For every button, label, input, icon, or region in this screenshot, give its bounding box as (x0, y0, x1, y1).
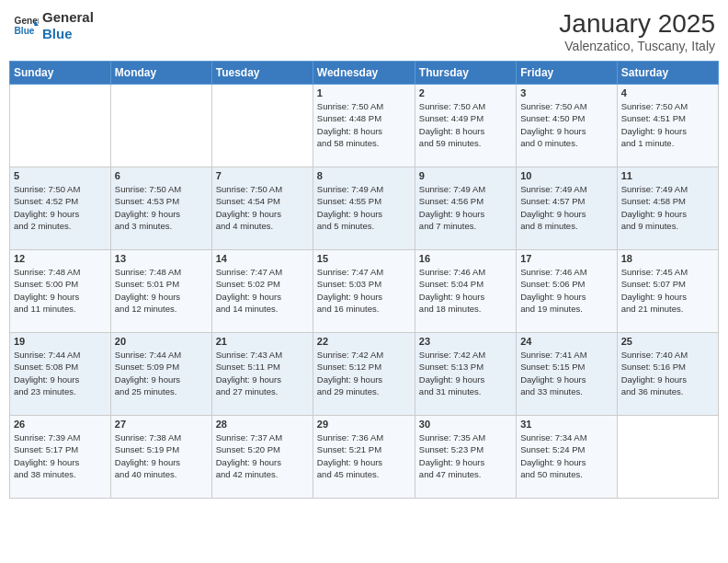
svg-text:Blue: Blue (15, 26, 35, 36)
day-number: 15 (317, 253, 411, 264)
calendar-cell (211, 85, 313, 167)
day-detail: Sunrise: 7:41 AM Sunset: 5:15 PM Dayligh… (520, 349, 612, 397)
calendar-cell: 24Sunrise: 7:41 AM Sunset: 5:15 PM Dayli… (517, 333, 617, 416)
day-number: 31 (520, 419, 612, 430)
day-detail: Sunrise: 7:40 AM Sunset: 5:16 PM Dayligh… (621, 349, 714, 397)
weekday-header-cell: Friday (517, 62, 617, 85)
calendar-cell: 11Sunrise: 7:49 AM Sunset: 4:58 PM Dayli… (617, 167, 718, 250)
calendar-cell: 13Sunrise: 7:48 AM Sunset: 5:01 PM Dayli… (110, 250, 211, 333)
weekday-header-cell: Saturday (617, 62, 718, 85)
logo: General Blue General Blue (13, 9, 94, 42)
day-number: 11 (621, 170, 714, 181)
day-detail: Sunrise: 7:43 AM Sunset: 5:11 PM Dayligh… (216, 349, 309, 397)
calendar-cell: 22Sunrise: 7:42 AM Sunset: 5:12 PM Dayli… (313, 333, 415, 416)
calendar-cell: 18Sunrise: 7:45 AM Sunset: 5:07 PM Dayli… (617, 250, 718, 333)
calendar-cell: 16Sunrise: 7:46 AM Sunset: 5:04 PM Dayli… (415, 250, 516, 333)
day-detail: Sunrise: 7:50 AM Sunset: 4:48 PM Dayligh… (317, 100, 411, 149)
day-detail: Sunrise: 7:49 AM Sunset: 4:57 PM Dayligh… (520, 183, 612, 232)
calendar-cell: 25Sunrise: 7:40 AM Sunset: 5:16 PM Dayli… (617, 333, 718, 416)
calendar-cell: 9Sunrise: 7:49 AM Sunset: 4:56 PM Daylig… (415, 167, 516, 250)
calendar-cell: 31Sunrise: 7:34 AM Sunset: 5:24 PM Dayli… (517, 416, 617, 499)
day-detail: Sunrise: 7:42 AM Sunset: 5:13 PM Dayligh… (419, 349, 512, 397)
day-number: 1 (317, 87, 411, 98)
day-detail: Sunrise: 7:48 AM Sunset: 5:01 PM Dayligh… (115, 266, 208, 315)
calendar-cell: 5Sunrise: 7:50 AM Sunset: 4:52 PM Daylig… (10, 167, 111, 250)
day-detail: Sunrise: 7:46 AM Sunset: 5:04 PM Dayligh… (419, 266, 512, 315)
day-detail: Sunrise: 7:45 AM Sunset: 5:07 PM Dayligh… (621, 266, 714, 315)
calendar-body: 1Sunrise: 7:50 AM Sunset: 4:48 PM Daylig… (10, 85, 719, 499)
calendar-cell: 15Sunrise: 7:47 AM Sunset: 5:03 PM Dayli… (313, 250, 415, 333)
calendar-cell: 17Sunrise: 7:46 AM Sunset: 5:06 PM Dayli… (517, 250, 617, 333)
day-detail: Sunrise: 7:50 AM Sunset: 4:52 PM Dayligh… (14, 183, 107, 232)
day-detail: Sunrise: 7:38 AM Sunset: 5:19 PM Dayligh… (115, 431, 208, 480)
day-number: 3 (520, 87, 612, 98)
calendar-table: SundayMondayTuesdayWednesdayThursdayFrid… (9, 61, 719, 499)
day-number: 27 (115, 419, 208, 430)
day-detail: Sunrise: 7:44 AM Sunset: 5:08 PM Dayligh… (14, 349, 107, 397)
logo-text-blue: Blue (42, 26, 94, 42)
weekday-header-row: SundayMondayTuesdayWednesdayThursdayFrid… (10, 62, 719, 85)
day-detail: Sunrise: 7:50 AM Sunset: 4:50 PM Dayligh… (520, 100, 612, 149)
day-number: 22 (317, 336, 411, 347)
day-number: 4 (621, 87, 714, 98)
day-number: 9 (419, 170, 512, 181)
day-number: 20 (115, 336, 208, 347)
calendar-week-row: 1Sunrise: 7:50 AM Sunset: 4:48 PM Daylig… (10, 85, 719, 167)
day-detail: Sunrise: 7:36 AM Sunset: 5:21 PM Dayligh… (317, 431, 411, 480)
day-number: 5 (14, 170, 107, 181)
weekday-header-cell: Thursday (415, 62, 516, 85)
calendar-cell: 12Sunrise: 7:48 AM Sunset: 5:00 PM Dayli… (10, 250, 111, 333)
calendar-cell (110, 85, 211, 167)
day-number: 6 (115, 170, 208, 181)
calendar-week-row: 5Sunrise: 7:50 AM Sunset: 4:52 PM Daylig… (10, 167, 719, 250)
calendar-cell (617, 416, 718, 499)
day-number: 13 (115, 253, 208, 264)
day-number: 28 (216, 419, 309, 430)
day-number: 29 (317, 419, 411, 430)
day-number: 14 (216, 253, 309, 264)
day-detail: Sunrise: 7:44 AM Sunset: 5:09 PM Dayligh… (115, 349, 208, 397)
logo-icon: General Blue (13, 13, 39, 39)
day-number: 26 (14, 419, 107, 430)
day-number: 17 (520, 253, 612, 264)
day-detail: Sunrise: 7:35 AM Sunset: 5:23 PM Dayligh… (419, 431, 512, 480)
calendar-cell: 10Sunrise: 7:49 AM Sunset: 4:57 PM Dayli… (517, 167, 617, 250)
day-detail: Sunrise: 7:48 AM Sunset: 5:00 PM Dayligh… (14, 266, 107, 315)
calendar-cell: 21Sunrise: 7:43 AM Sunset: 5:11 PM Dayli… (211, 333, 313, 416)
day-detail: Sunrise: 7:46 AM Sunset: 5:06 PM Dayligh… (520, 266, 612, 315)
day-detail: Sunrise: 7:42 AM Sunset: 5:12 PM Dayligh… (317, 349, 411, 397)
calendar-cell: 28Sunrise: 7:37 AM Sunset: 5:20 PM Dayli… (211, 416, 313, 499)
calendar-week-row: 12Sunrise: 7:48 AM Sunset: 5:00 PM Dayli… (10, 250, 719, 333)
day-detail: Sunrise: 7:37 AM Sunset: 5:20 PM Dayligh… (216, 431, 309, 480)
logo-text-general: General (42, 9, 94, 26)
calendar-cell: 3Sunrise: 7:50 AM Sunset: 4:50 PM Daylig… (517, 85, 617, 167)
page-header: General Blue General Blue January 2025 V… (9, 9, 719, 53)
month-title: January 2025 (559, 9, 715, 39)
day-number: 24 (520, 336, 612, 347)
calendar-week-row: 19Sunrise: 7:44 AM Sunset: 5:08 PM Dayli… (10, 333, 719, 416)
day-number: 16 (419, 253, 512, 264)
calendar-cell: 8Sunrise: 7:49 AM Sunset: 4:55 PM Daylig… (313, 167, 415, 250)
day-detail: Sunrise: 7:47 AM Sunset: 5:02 PM Dayligh… (216, 266, 309, 315)
day-detail: Sunrise: 7:50 AM Sunset: 4:54 PM Dayligh… (216, 183, 309, 232)
weekday-header-cell: Tuesday (211, 62, 313, 85)
title-area: January 2025 Valenzatico, Tuscany, Italy (559, 9, 715, 53)
day-detail: Sunrise: 7:39 AM Sunset: 5:17 PM Dayligh… (14, 431, 107, 480)
calendar-cell: 20Sunrise: 7:44 AM Sunset: 5:09 PM Dayli… (110, 333, 211, 416)
day-number: 21 (216, 336, 309, 347)
location: Valenzatico, Tuscany, Italy (559, 39, 715, 53)
day-number: 19 (14, 336, 107, 347)
day-number: 25 (621, 336, 714, 347)
weekday-header-cell: Sunday (10, 62, 111, 85)
calendar-cell: 14Sunrise: 7:47 AM Sunset: 5:02 PM Dayli… (211, 250, 313, 333)
day-number: 2 (419, 87, 512, 98)
calendar-cell: 6Sunrise: 7:50 AM Sunset: 4:53 PM Daylig… (110, 167, 211, 250)
day-detail: Sunrise: 7:34 AM Sunset: 5:24 PM Dayligh… (520, 431, 612, 480)
calendar-cell: 29Sunrise: 7:36 AM Sunset: 5:21 PM Dayli… (313, 416, 415, 499)
calendar-cell: 2Sunrise: 7:50 AM Sunset: 4:49 PM Daylig… (415, 85, 516, 167)
calendar-cell: 1Sunrise: 7:50 AM Sunset: 4:48 PM Daylig… (313, 85, 415, 167)
day-detail: Sunrise: 7:49 AM Sunset: 4:55 PM Dayligh… (317, 183, 411, 232)
calendar-cell (10, 85, 111, 167)
day-number: 18 (621, 253, 714, 264)
day-number: 23 (419, 336, 512, 347)
